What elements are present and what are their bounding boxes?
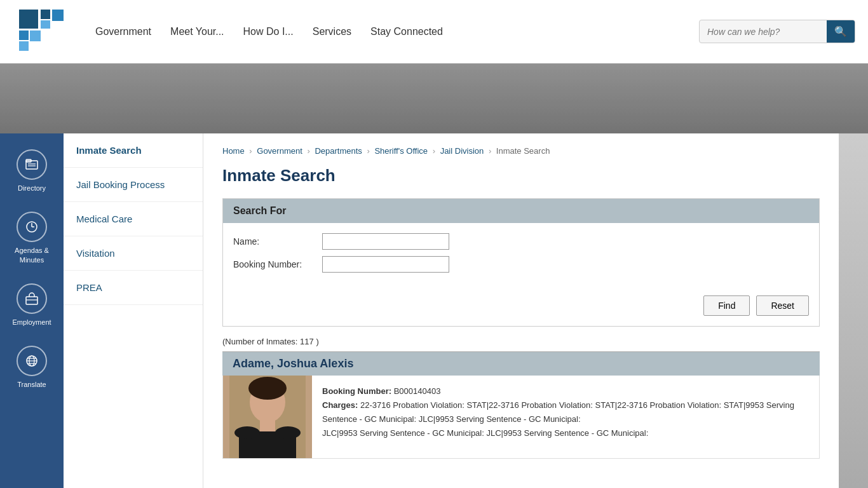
search-button[interactable]: 🔍 — [827, 20, 855, 43]
booking-number-row: Booking Number: B000140403 — [322, 384, 809, 398]
breadcrumb: Home › Government › Departments › Sherif… — [222, 146, 820, 156]
svg-rect-4 — [19, 30, 29, 40]
name-label: Name: — [233, 236, 322, 247]
directory-label: Directory — [18, 184, 46, 193]
hero-banner — [0, 64, 868, 133]
charges-label: Charges: — [322, 400, 358, 410]
svg-rect-6 — [19, 41, 29, 51]
search-form-body: Name: Booking Number: — [223, 223, 819, 289]
inmate-photo — [223, 376, 312, 458]
translate-icon — [17, 346, 47, 376]
logo[interactable] — [13, 6, 70, 57]
sidebar-item-translate[interactable]: Translate — [0, 336, 64, 398]
find-button[interactable]: Find — [703, 295, 750, 316]
translate-label: Translate — [17, 380, 46, 389]
nav-prea[interactable]: PREA — [64, 271, 203, 305]
nav-howdoi-item[interactable]: How Do I... — [243, 26, 294, 37]
form-buttons: Find Reset — [223, 289, 819, 326]
nav-jail-booking[interactable]: Jail Booking Process — [64, 168, 203, 202]
logo-icon — [13, 6, 70, 57]
breadcrumb-home[interactable]: Home — [222, 146, 245, 156]
main-content: Home › Government › Departments › Sherif… — [203, 133, 839, 488]
inmate-photo-image — [229, 376, 306, 458]
booking-number-label: Booking Number: — [322, 386, 391, 396]
booking-label: Booking Number: — [233, 259, 322, 269]
booking-number-value: B000140403 — [394, 386, 441, 396]
booking-input[interactable] — [322, 256, 449, 273]
main-nav: Government Meet Your... How Do I... Serv… — [95, 26, 699, 37]
agendas-label: Agendas &Minutes — [15, 246, 49, 264]
nav-inmate-search[interactable]: Inmate Search — [64, 133, 203, 168]
section-nav: Inmate Search Jail Booking Process Medic… — [64, 133, 203, 488]
inmate-count: (Number of Inmates: 117 ) — [222, 337, 820, 346]
search-form-section: Search For Name: Booking Number: Find Re… — [222, 198, 820, 327]
inmate-details: Booking Number: B000140403 Charges: 22-3… — [312, 376, 819, 458]
breadcrumb-government[interactable]: Government — [257, 146, 302, 156]
svg-rect-5 — [30, 30, 41, 41]
breadcrumb-departments[interactable]: Departments — [315, 146, 362, 156]
page-title: Inmate Search — [222, 166, 820, 186]
charges-row: Charges: 22-3716 Probation Violation: ST… — [322, 398, 809, 426]
search-form-header: Search For — [223, 199, 819, 223]
employment-label: Employment — [12, 318, 51, 327]
reset-button[interactable]: Reset — [756, 295, 809, 316]
sidebar-item-employment[interactable]: Employment — [0, 274, 64, 336]
breadcrumb-jail[interactable]: Jail Division — [440, 146, 484, 156]
svg-rect-3 — [52, 10, 64, 21]
header-search: 🔍 — [699, 20, 855, 43]
nav-connected-item[interactable]: Stay Connected — [370, 26, 443, 37]
name-field-row: Name: — [233, 233, 809, 250]
main-layout: Directory Agendas &Minutes Employment — [0, 133, 868, 488]
sidebar-item-directory[interactable]: Directory — [0, 140, 64, 202]
nav-medical-care[interactable]: Medical Care — [64, 202, 203, 236]
charges-overflow-text: JLC|9953 Serving Sentence - GC Municipal… — [322, 428, 648, 438]
svg-point-23 — [248, 377, 287, 400]
svg-rect-0 — [19, 10, 38, 29]
svg-rect-2 — [41, 20, 50, 29]
svg-rect-1 — [41, 10, 50, 19]
svg-rect-14 — [26, 297, 37, 304]
breadcrumb-sheriffs[interactable]: Sheriff's Office — [374, 146, 428, 156]
right-strip — [839, 133, 868, 488]
agendas-icon — [17, 212, 47, 242]
search-icon: 🔍 — [834, 26, 847, 37]
sidebar-item-agendas[interactable]: Agendas &Minutes — [0, 202, 64, 274]
nav-meet-item[interactable]: Meet Your... — [170, 26, 224, 37]
search-input[interactable] — [700, 22, 827, 42]
directory-icon — [17, 149, 47, 180]
charges-value: 22-3716 Probation Violation: STAT|22-371… — [322, 400, 794, 424]
name-input[interactable] — [322, 233, 449, 250]
site-header: Government Meet Your... How Do I... Serv… — [0, 0, 868, 64]
inmate-record-body: Booking Number: B000140403 Charges: 22-3… — [222, 376, 820, 459]
nav-government-item[interactable]: Government — [95, 26, 151, 37]
charges-overflow: JLC|9953 Serving Sentence - GC Municipal… — [322, 426, 809, 440]
nav-services-item[interactable]: Services — [313, 26, 351, 37]
breadcrumb-current: Inmate Search — [496, 146, 550, 156]
booking-field-row: Booking Number: — [233, 256, 809, 273]
svg-point-27 — [275, 426, 301, 439]
svg-rect-24 — [260, 420, 275, 431]
employment-icon — [17, 283, 47, 314]
icon-sidebar: Directory Agendas &Minutes Employment — [0, 133, 64, 488]
inmate-name-header: Adame, Joshua Alexis — [222, 351, 820, 376]
nav-visitation[interactable]: Visitation — [64, 236, 203, 271]
svg-point-26 — [234, 426, 260, 439]
hero-background — [0, 64, 868, 133]
inmate-record: Adame, Joshua Alexis — [222, 351, 820, 459]
